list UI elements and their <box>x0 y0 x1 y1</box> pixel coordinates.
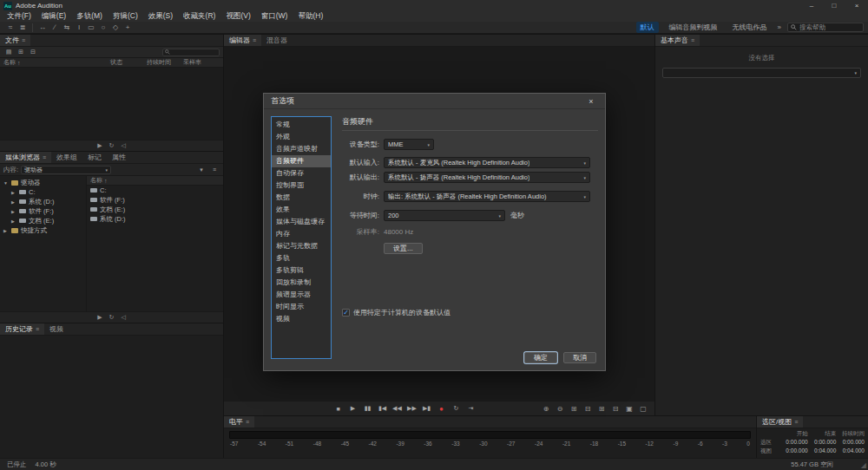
latency-dropdown[interactable]: 200 ▾ <box>384 210 505 221</box>
category-spectral-displays[interactable]: 频谱显示器 <box>272 289 331 301</box>
tab-markers[interactable]: 标记 <box>82 152 107 163</box>
category-multitrack-clips[interactable]: 多轨剪辑 <box>272 264 331 277</box>
media-row-drive-e[interactable]: 文档 (E:) <box>87 205 223 214</box>
tree-open-icon[interactable]: ▼ <box>3 180 9 186</box>
time-selection-tool-button[interactable]: I <box>73 23 85 33</box>
media-row-drive-f[interactable]: 软件 (F:) <box>87 195 223 205</box>
settings-button[interactable]: 设置... <box>384 243 423 254</box>
lasso-selection-tool-button[interactable]: ○ <box>97 23 109 33</box>
column-status[interactable]: 状态 <box>110 58 147 67</box>
zoom-out-amplitude-icon[interactable]: ⊟ <box>609 403 621 414</box>
workspace-default[interactable]: 默认 <box>636 22 659 33</box>
device-type-dropdown[interactable]: MME ▾ <box>384 139 434 150</box>
files-list-empty[interactable] <box>0 68 223 140</box>
multitrack-view-button[interactable]: ≣ <box>16 23 29 33</box>
category-audio-channel-mapping[interactable]: 音频声道映射 <box>272 143 331 155</box>
checkbox-checked-icon[interactable]: ✓ <box>342 309 350 317</box>
razor-tool-button[interactable]: ∕ <box>49 23 61 33</box>
rewind-button[interactable]: ◀◀ <box>391 403 404 414</box>
clock-dropdown[interactable]: 输出: 系统默认 - 扬声器 (Realtek High Definition … <box>384 191 590 202</box>
category-media-disk-cache[interactable]: 媒体与磁盘缓存 <box>272 216 331 228</box>
tab-editor[interactable]: 编辑器 ≡ <box>224 35 261 46</box>
stop-button[interactable]: ■ <box>332 403 345 414</box>
menu-file[interactable]: 文件(F) <box>2 11 36 22</box>
dialog-close-button[interactable]: × <box>584 97 598 106</box>
menu-help[interactable]: 帮助(H) <box>293 11 328 22</box>
zoom-to-selection-icon[interactable]: ▣ <box>623 403 635 414</box>
tab-history[interactable]: 历史记录 ≡ <box>0 323 44 335</box>
media-row-drive-d[interactable]: 系统 (D:) <box>87 214 223 224</box>
panel-menu-icon[interactable]: ≡ <box>253 37 256 43</box>
column-duration[interactable]: 持续时间 <box>147 58 183 67</box>
menu-effects[interactable]: 效果(S) <box>143 11 178 22</box>
marquee-selection-tool-button[interactable]: ▭ <box>85 23 97 33</box>
content-dropdown[interactable]: 驱动器 ▾ <box>21 166 111 174</box>
view-start-value[interactable]: 0:00.000 <box>779 447 808 455</box>
category-appearance[interactable]: 外观 <box>272 131 331 143</box>
new-content-icon[interactable]: ⊞ <box>16 48 26 57</box>
maximize-button[interactable]: □ <box>823 0 845 11</box>
media-settings-icon[interactable]: ≡ <box>209 165 220 174</box>
resize-grip[interactable]: ◢ <box>861 461 866 469</box>
selection-end-value[interactable]: 0:00.000 <box>808 439 837 447</box>
zoom-in-icon[interactable]: ⊕ <box>540 403 552 414</box>
dialog-titlebar[interactable]: 首选项 × <box>264 94 605 109</box>
media-row-drive-c[interactable]: C: <box>87 186 223 195</box>
panel-menu-icon[interactable]: ≡ <box>43 154 46 160</box>
column-sample-rate[interactable]: 采样率 <box>183 58 220 67</box>
tree-closed-icon[interactable]: ▶ <box>11 199 16 205</box>
view-duration-value[interactable]: 0:04.000 <box>836 447 865 455</box>
category-general[interactable]: 常规 <box>272 119 331 131</box>
selection-duration-value[interactable]: 0:00.000 <box>836 439 865 447</box>
workspace-overflow-icon[interactable]: » <box>778 23 781 31</box>
menu-edit[interactable]: 编辑(E) <box>36 11 71 22</box>
view-end-value[interactable]: 0:04.000 <box>808 447 837 455</box>
menu-favorites[interactable]: 收藏夹(R) <box>178 11 220 22</box>
tab-properties[interactable]: 属性 <box>107 152 131 163</box>
workspace-radio-production[interactable]: 无线电作品 <box>728 22 772 33</box>
close-file-icon[interactable]: ⊟ <box>28 48 38 57</box>
category-audio-hardware[interactable]: 音频硬件 <box>272 155 331 167</box>
category-time-display[interactable]: 时间显示 <box>272 301 331 313</box>
tab-video[interactable]: 视频 <box>44 323 69 335</box>
tab-files[interactable]: 文件 ≡ <box>0 35 30 46</box>
tree-item-drive-d[interactable]: ▶ 系统 (D:) <box>0 197 86 206</box>
tab-media-browser[interactable]: 媒体浏览器 ≡ <box>0 152 51 163</box>
panel-menu-icon[interactable]: ≡ <box>794 419 798 425</box>
menu-clip[interactable]: 剪辑(C) <box>108 11 143 22</box>
ok-button[interactable]: 确定 <box>524 352 557 363</box>
loop-playback-button[interactable]: ↻ <box>450 403 463 414</box>
record-button[interactable]: ● <box>435 403 448 414</box>
menu-multitrack[interactable]: 多轨(M) <box>71 11 108 22</box>
zoom-in-time-icon[interactable]: ⊞ <box>568 403 580 414</box>
category-markers-metadata[interactable]: 标记与元数据 <box>272 240 331 252</box>
panel-menu-icon[interactable]: ≡ <box>246 419 249 425</box>
skip-back-button[interactable]: ▮◀ <box>376 403 389 414</box>
tree-item-drives[interactable]: ▼ 驱动器 <box>0 178 86 187</box>
media-filter-icon[interactable]: ▾ <box>196 165 207 174</box>
search-input[interactable] <box>799 23 860 31</box>
pause-button[interactable]: ▮▮ <box>361 403 374 414</box>
zoom-out-icon[interactable]: ⊖ <box>554 403 566 414</box>
skip-selection-button[interactable]: ⇥ <box>464 403 477 414</box>
category-multitrack[interactable]: 多轨 <box>272 252 331 264</box>
tab-selection-view[interactable]: 选区/视图 ≡ <box>757 416 803 428</box>
zoom-out-time-icon[interactable]: ⊟ <box>582 403 594 414</box>
media-column-name[interactable]: 名称 ↑ <box>90 176 220 185</box>
default-input-dropdown[interactable]: 系统默认 - 麦克风 (Realtek High Definition Audi… <box>384 157 590 168</box>
column-name[interactable]: 名称 ↑ <box>3 58 110 67</box>
panel-menu-icon[interactable]: ≡ <box>22 37 25 43</box>
paintbrush-tool-button[interactable]: ◇ <box>109 23 122 33</box>
workspace-edit-audio-to-video[interactable]: 编辑音频到视频 <box>665 22 722 33</box>
tab-mixer[interactable]: 混音器 <box>261 35 293 46</box>
category-auto-save[interactable]: 自动保存 <box>272 167 331 180</box>
minimize-button[interactable]: – <box>800 0 823 11</box>
panel-menu-icon[interactable]: ≡ <box>691 37 694 43</box>
tree-item-drive-e[interactable]: ▶ 文档 (E:) <box>0 216 86 225</box>
tree-item-shortcuts[interactable]: ▶ 快捷方式 <box>0 225 86 235</box>
spot-healing-tool-button[interactable]: + <box>122 23 134 33</box>
category-playback-recording[interactable]: 回放和录制 <box>272 277 331 289</box>
play-icon[interactable]: ▶ <box>97 142 102 149</box>
tree-closed-icon[interactable]: ▶ <box>3 228 9 233</box>
tab-levels[interactable]: 电平 ≡ <box>224 416 254 428</box>
